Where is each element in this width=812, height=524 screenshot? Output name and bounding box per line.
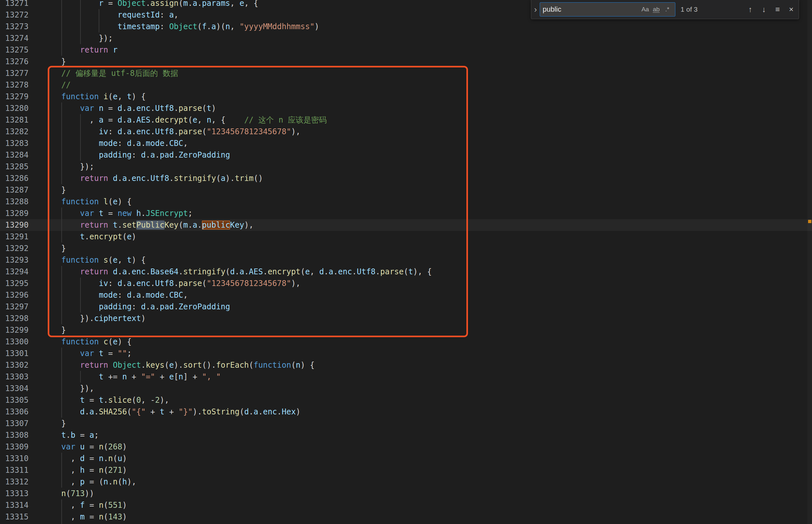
line-number: 13283 [0,137,29,149]
code-line[interactable]: 13285 }); [0,161,812,173]
indent-guide [61,9,62,21]
match-case-icon[interactable]: Aa [640,4,650,15]
code-token [43,197,61,206]
code-token: Object [117,0,146,8]
code-line[interactable]: 13273 timestamp: Object(f.a)(n, "yyyyMMd… [0,21,812,32]
code-token: n [225,22,230,31]
code-line[interactable]: 13282 iv: d.a.enc.Utf8.parse("1234567812… [0,126,812,137]
code-token: } [61,326,66,334]
regex-icon[interactable]: .* [662,4,672,15]
code-line[interactable]: 13297 padding: d.a.pad.ZeroPadding [0,301,812,313]
find-in-selection-button[interactable]: ≡ [771,3,784,16]
code-line[interactable]: 13296 mode: d.a.mode.CBC, [0,289,812,301]
code-token [43,0,99,8]
code-token: Object [169,22,197,31]
code-line[interactable]: 13279 function i(e, t) { [0,91,812,102]
code-token: a [150,150,155,160]
code-line[interactable]: 13309 var u = n(268) [0,441,812,453]
code-line[interactable]: 13286 return d.a.enc.Utf8.stringify(a).t… [0,173,812,184]
code-token [43,127,99,136]
code-line[interactable]: 13292 } [0,243,812,254]
code-token [99,92,103,101]
code-token: + [127,372,141,381]
code-token: . [104,454,108,463]
code-token: , [71,477,80,486]
code-line[interactable]: 13299 } [0,324,812,336]
line-number: 13293 [0,254,29,266]
code-line[interactable]: 13301 var t = ""; [0,348,812,359]
code-line[interactable]: 13298 }).ciphertext) [0,313,812,324]
code-line[interactable]: 13316 , g = n.n(m) [0,523,812,524]
code-token: ( [108,337,113,346]
code-line[interactable]: 13276 } [0,56,812,67]
code-token: h [80,465,85,475]
code-token: = [85,442,99,452]
code-token: . [244,267,249,276]
code-token: d [141,150,145,160]
code-line[interactable]: 13289 var t = new h.JSEncrypt; [0,208,812,219]
code-token: += [104,372,122,381]
close-button[interactable]: × [785,3,797,16]
code-line[interactable]: 13288 function l(e) { [0,196,812,208]
code-line[interactable]: 13294 return d.a.enc.Base64.stringify(d.… [0,266,812,278]
code-token: . [132,127,136,136]
code-line[interactable]: 13306 d.a.SHA256("{" + t + "}").toString… [0,406,812,417]
previous-match-button[interactable]: ↑ [744,3,757,16]
code-token: a [169,10,174,19]
code-line[interactable]: 13277 // 偏移量是 utf-8后面的 数据 [0,67,812,79]
code-token: , [230,22,239,31]
line-number: 13306 [0,406,29,417]
indent-guide [80,278,81,289]
code-line[interactable]: 13287 } [0,184,812,196]
code-line[interactable]: 13295 iv: d.a.enc.Utf8.parse("1234567812… [0,278,812,289]
code-line[interactable]: 13281 , a = d.a.AES.decrypt(e, n, { // 这… [0,114,812,126]
code-line[interactable]: 13274 }); [0,32,812,44]
code-line[interactable]: 13313 n(713)) [0,488,812,500]
code-line[interactable]: 13291 t.encrypt(e) [0,231,812,243]
code-token: ) { [301,361,315,370]
next-match-button[interactable]: ↓ [758,3,770,16]
code-line[interactable]: 13314 , f = n(551) [0,500,812,511]
code-line[interactable]: 13283 mode: d.a.mode.CBC, [0,137,812,149]
code-token: var [61,442,75,452]
code-line[interactable]: 13278 // [0,79,812,91]
code-token: ) { [117,337,131,346]
code-line[interactable]: 13311 , h = n(271) [0,464,812,476]
code-line[interactable]: 13300 function c(e) { [0,336,812,348]
code-line[interactable]: 13308 t.b = a; [0,429,812,441]
code-line[interactable]: 13312 , p = (n.n(h), [0,476,812,488]
toggle-replace-button[interactable]: › [531,0,540,19]
code-line[interactable]: 13315 , m = n(143) [0,511,812,523]
code-token: ), [291,279,301,288]
code-line[interactable]: 13284 padding: d.a.pad.ZeroPadding [0,149,812,161]
code-token: Utf8 [155,104,174,113]
code-token: Utf8 [357,267,376,276]
code-token: t [99,396,103,405]
code-line[interactable]: 13305 t = t.slice(0, -2), [0,394,812,406]
code-token [43,115,90,125]
code-line[interactable]: 13307 } [0,417,812,429]
code-area[interactable]: 13271 r = Object.assign(m.a.params, e, {… [0,0,812,524]
code-token: ( [202,279,206,288]
code-line[interactable]: 13280 var n = d.a.enc.Utf8.parse(t) [0,102,812,114]
code-token: . [155,302,160,311]
line-number: 13303 [0,371,29,383]
code-line[interactable]: 13304 }), [0,383,812,394]
code-line[interactable]: 13310 , d = n.n(u) [0,453,812,464]
find-input[interactable]: public Aa ab .* [540,2,675,17]
whole-word-icon[interactable]: ab [651,4,662,15]
code-line[interactable]: 13303 t += n + "=" + e[n] + ", " [0,371,812,383]
code-token: n [99,442,103,452]
code-line[interactable]: 13293 function s(e, t) { [0,254,812,266]
code-token: [ [174,372,178,381]
scrollbar[interactable] [808,0,812,524]
code-line[interactable]: 13290 return t.setPublicKey(m.a.publicKe… [0,219,812,231]
code-token: = [104,349,117,358]
code-line[interactable]: 13302 return Object.keys(e).sort().forEa… [0,359,812,371]
code-token: 268 [108,442,122,452]
code-line[interactable]: 13275 return r [0,44,812,56]
code-token: parse [178,279,202,288]
code-token [43,442,61,452]
code-token: a [329,267,333,276]
code-token [43,139,99,148]
